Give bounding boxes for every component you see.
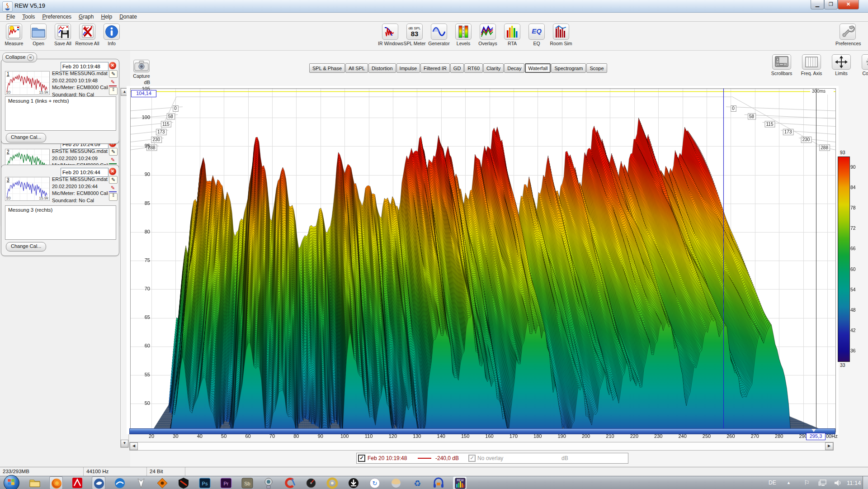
tab-gd[interactable]: GD xyxy=(450,63,464,73)
taskbar-icon-sphere[interactable] xyxy=(389,476,403,489)
tab-all-spl[interactable]: All SPL xyxy=(345,63,368,73)
taskbar-icon-downloader[interactable] xyxy=(347,476,360,489)
tray-action-center-icon[interactable]: ⚐ xyxy=(804,476,810,489)
trace-legend: ✓ Feb 20 10:19:48 -240,0 dB ✓ No overlay… xyxy=(356,453,628,464)
measurement-date-field[interactable] xyxy=(61,168,108,177)
scroll-down-icon[interactable]: ▼ xyxy=(121,440,128,447)
restore-button[interactable]: ❐ xyxy=(824,0,838,9)
toolbar-save-all-button[interactable]: Save All xyxy=(51,24,75,46)
tray-hidden-icons-icon[interactable]: ▲ xyxy=(787,476,791,489)
toolbar-spl-meter-button[interactable]: dB SPL83SPL Meter xyxy=(402,24,427,46)
tab-spl-phase[interactable]: SPL & Phase xyxy=(309,63,345,73)
capture-button[interactable]: Capture xyxy=(131,60,152,79)
horizontal-scrollbar[interactable]: ◀ ▶ xyxy=(129,442,834,451)
menu-preferences[interactable]: Preferences xyxy=(38,13,75,21)
toolbar-label: Preferences xyxy=(835,41,860,46)
scroll-left-icon[interactable]: ◀ xyxy=(130,442,138,450)
show-desktop-button[interactable] xyxy=(863,476,868,489)
toolbar-remove-all-button[interactable]: Remove All xyxy=(75,24,99,46)
collapse-sidebar-button[interactable]: Collapse « xyxy=(2,52,37,62)
toolbar-ir-windows-button[interactable]: IR Windows xyxy=(378,24,402,46)
tab-waterfall[interactable]: Waterfall xyxy=(525,63,551,73)
taskbar-icon-media-orange[interactable] xyxy=(156,476,169,489)
measurement-card-1[interactable]: ✕ 1 20 15.9k ERSTE MESSUNG.mdat 20.02.20… xyxy=(1,59,119,144)
toolbar-rta-button[interactable]: RTA xyxy=(500,24,524,46)
taskbar-icon-disc[interactable] xyxy=(326,476,339,489)
toolbar-measure-button[interactable]: Measure xyxy=(2,24,26,46)
toolbar-generator-button[interactable]: Generator xyxy=(427,24,451,46)
change-cal-button[interactable]: Change Cal... xyxy=(6,242,46,252)
delete-measurement-icon[interactable]: ✕ xyxy=(109,62,116,69)
taskbar-icon-sync[interactable]: ↻ xyxy=(368,476,382,489)
tray-language[interactable]: DE xyxy=(769,476,776,489)
trace-color-icon[interactable]: ✎ xyxy=(109,157,117,164)
toolbar-preferences-button[interactable]: Preferences xyxy=(835,24,860,46)
edit-measurement-icon[interactable]: ✎ xyxy=(109,148,118,156)
toolbar-levels-button[interactable]: 0369Levels xyxy=(451,24,476,46)
tab-impulse[interactable]: Impulse xyxy=(396,63,420,73)
taskbar-icon-webcam[interactable] xyxy=(262,476,275,489)
menu-tools[interactable]: Tools xyxy=(19,13,38,21)
limits-button[interactable]: Limits xyxy=(827,54,855,76)
zoom-scrollbar[interactable] xyxy=(129,428,835,434)
notes-icon[interactable]: ≡≡ xyxy=(109,193,118,201)
taskbar-icon-foobar2000[interactable] xyxy=(134,476,148,489)
edit-measurement-icon[interactable]: ✎ xyxy=(109,176,118,184)
menu-donate[interactable]: Donate xyxy=(116,13,141,21)
tab-distortion[interactable]: Distortion xyxy=(368,63,396,73)
menu-graph[interactable]: Graph xyxy=(75,13,97,21)
tab-rt60[interactable]: RT60 xyxy=(464,63,483,73)
menu-file[interactable]: File xyxy=(3,13,19,21)
taskbar-icon-explorer[interactable] xyxy=(28,476,42,489)
menu-help[interactable]: Help xyxy=(97,13,116,21)
tab-spectrogram[interactable]: Spectrogram xyxy=(551,63,586,73)
tray-volume-icon[interactable] xyxy=(834,480,842,489)
controls-button[interactable]: Controls xyxy=(857,54,868,76)
tab-filtered-ir[interactable]: Filtered IR xyxy=(420,63,450,73)
svg-text:Ps: Ps xyxy=(202,481,208,486)
toolbar-open-button[interactable]: Open xyxy=(26,24,51,46)
waterfall-plot[interactable] xyxy=(127,86,839,434)
taskbar-icon-gauge[interactable] xyxy=(304,476,318,489)
taskbar-icon-recycle[interactable]: ♻ xyxy=(410,476,424,489)
tab-decay[interactable]: Decay xyxy=(504,63,524,73)
freq-axis-button[interactable]: Freq. Axis xyxy=(797,54,826,76)
taskbar-icon-audio-player[interactable] xyxy=(432,476,445,489)
slice-marker-icon[interactable] xyxy=(811,429,816,432)
start-button[interactable] xyxy=(4,475,19,489)
trace-visible-checkbox[interactable]: ✓ xyxy=(358,455,365,462)
taskbar-icon-openoffice[interactable] xyxy=(113,476,127,489)
taskbar-icon-substance[interactable]: Sb xyxy=(241,476,254,489)
minimize-button[interactable]: ▁ xyxy=(811,0,824,9)
measurement-notes[interactable]: Messung 3 (rechts) xyxy=(5,205,116,240)
toolbar-overlays-button[interactable]: Overlays xyxy=(476,24,500,46)
scrollbars-button[interactable]: Scrollbars xyxy=(768,54,796,76)
trace-color-icon[interactable]: ✎ xyxy=(109,79,117,86)
toolbar-info-button[interactable]: Info xyxy=(99,24,124,46)
notes-icon[interactable]: ≡≡ xyxy=(109,87,118,95)
taskbar-icon-firefox[interactable] xyxy=(49,476,63,489)
edit-measurement-icon[interactable]: ✎ xyxy=(109,70,118,78)
measurement-date-field[interactable] xyxy=(61,62,108,71)
taskbar-icon-rew[interactable]: REW xyxy=(453,476,467,489)
delete-measurement-icon[interactable]: ✕ xyxy=(109,168,116,175)
overlay-checkbox[interactable]: ✓ xyxy=(468,455,476,462)
taskbar-icon-ccleaner[interactable] xyxy=(283,476,297,489)
tab-scope[interactable]: Scope xyxy=(586,63,607,73)
tray-network-icon[interactable] xyxy=(818,480,826,489)
toolbar-eq-button[interactable]: EQEQ xyxy=(524,24,549,46)
scroll-right-icon[interactable]: ▶ xyxy=(825,442,833,450)
change-cal-button[interactable]: Change Cal... xyxy=(6,133,46,142)
tab-clarity[interactable]: Clarity xyxy=(483,63,504,73)
taskbar-icon-photoshop[interactable]: Ps xyxy=(198,476,212,489)
taskbar-icon-thunderbird[interactable] xyxy=(92,476,105,489)
tray-clock[interactable]: 11:14 xyxy=(847,476,861,489)
measurement-card-3[interactable]: ✕ 3 20 15.9k ERSTE MESSUNG.mdat 20.02.20… xyxy=(1,165,119,256)
toolbar-room-sim-button[interactable]: Room Sim xyxy=(549,24,573,46)
taskbar-icon-avira[interactable] xyxy=(71,476,84,489)
taskbar-icon-shield-app[interactable] xyxy=(177,476,190,489)
trace-color-icon[interactable]: ✎ xyxy=(109,185,117,192)
taskbar-icon-premiere[interactable]: Pr xyxy=(219,476,233,489)
close-button[interactable]: ✕ xyxy=(838,0,859,9)
measurement-notes[interactable]: Messung 1 (links + rechts) xyxy=(5,96,116,131)
